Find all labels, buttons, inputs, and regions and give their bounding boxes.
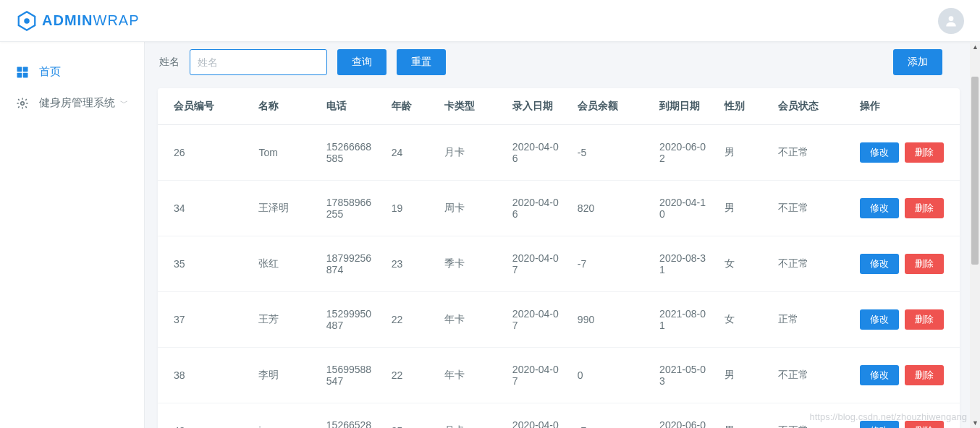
cell-balance: 990: [569, 292, 651, 348]
cell-id: 42: [158, 403, 250, 429]
search-input[interactable]: [190, 49, 327, 75]
cell-phone: 17858966255: [318, 181, 383, 236]
reset-button[interactable]: 重置: [397, 49, 446, 75]
members-table: 会员编号 名称 电话 年龄 卡类型 录入日期 会员余额 到期日期 性别 会员状态…: [158, 88, 960, 428]
scroll-down-icon[interactable]: ▼: [972, 419, 979, 427]
cell-status: 不正常: [769, 403, 851, 429]
table-row: 37王芳1529995048722年卡2020-04-079902021-08-…: [158, 292, 960, 348]
col-name: 名称: [250, 88, 317, 125]
col-phone: 电话: [318, 88, 383, 125]
add-button[interactable]: 添加: [893, 49, 942, 75]
cell-entry: 2020-04-08: [504, 403, 569, 429]
cell-actions: 修改删除: [851, 403, 960, 429]
scrollbar[interactable]: ▲ ▼: [970, 42, 980, 428]
svg-point-2: [949, 16, 954, 21]
svg-point-7: [21, 101, 25, 105]
delete-button[interactable]: 删除: [905, 198, 944, 218]
cell-phone: 15299950487: [318, 292, 383, 348]
sidebar: 首页 健身房管理系统 ﹀: [0, 42, 145, 428]
edit-button[interactable]: 修改: [860, 309, 899, 330]
cell-expire: 2021-05-03: [651, 348, 716, 403]
delete-button[interactable]: 删除: [905, 254, 944, 274]
cell-balance: 820: [569, 181, 651, 236]
cell-gender: 男: [716, 125, 769, 181]
cell-status: 不正常: [769, 181, 851, 236]
col-id: 会员编号: [158, 88, 250, 125]
cell-entry: 2020-04-07: [504, 236, 569, 292]
sidebar-item-label: 健身房管理系统: [39, 96, 115, 110]
col-card: 卡类型: [436, 88, 503, 125]
cell-status: 正常: [769, 292, 851, 348]
col-entry: 录入日期: [504, 88, 569, 125]
edit-button[interactable]: 修改: [860, 421, 899, 428]
col-gender: 性别: [716, 88, 769, 125]
cell-phone: 18799256874: [318, 236, 383, 292]
cell-age: 19: [383, 181, 436, 236]
table-row: 38李明1569958854722年卡2020-04-0702021-05-03…: [158, 348, 960, 403]
svg-rect-3: [17, 67, 22, 72]
logo[interactable]: ADMINWRAP: [16, 10, 140, 32]
edit-button[interactable]: 修改: [860, 254, 899, 274]
col-status: 会员状态: [769, 88, 851, 125]
search-bar: 姓名 查询 重置 添加: [145, 42, 973, 88]
svg-point-1: [24, 18, 30, 24]
query-button[interactable]: 查询: [337, 49, 386, 75]
cell-card: 月卡: [436, 403, 503, 429]
col-balance: 会员余额: [569, 88, 651, 125]
table-row: 35张红1879925687423季卡2020-04-07-72020-08-3…: [158, 236, 960, 292]
edit-button[interactable]: 修改: [860, 142, 899, 163]
table-row: 26Tom1526666858524月卡2020-04-06-52020-06-…: [158, 125, 960, 181]
avatar[interactable]: [938, 8, 964, 34]
cell-entry: 2020-04-07: [504, 292, 569, 348]
delete-button[interactable]: 删除: [905, 365, 944, 385]
col-op: 操作: [851, 88, 960, 125]
cell-status: 不正常: [769, 348, 851, 403]
cell-id: 37: [158, 292, 250, 348]
cell-status: 不正常: [769, 236, 851, 292]
cell-balance: -7: [569, 236, 651, 292]
cell-gender: 女: [716, 236, 769, 292]
svg-rect-5: [17, 72, 22, 77]
chevron-down-icon: ﹀: [120, 98, 128, 108]
cell-age: 25: [383, 403, 436, 429]
cell-id: 35: [158, 236, 250, 292]
cell-name: 王芳: [250, 292, 317, 348]
cell-phone: 15266528547: [318, 403, 383, 429]
cell-card: 月卡: [436, 125, 503, 181]
cell-actions: 修改删除: [851, 236, 960, 292]
edit-button[interactable]: 修改: [860, 198, 899, 218]
logo-icon: [16, 10, 38, 32]
cell-name: 王泽明: [250, 181, 317, 236]
search-label: 姓名: [159, 56, 179, 69]
svg-rect-6: [23, 72, 28, 77]
cell-actions: 修改删除: [851, 181, 960, 236]
cell-id: 34: [158, 181, 250, 236]
cell-entry: 2020-04-06: [504, 125, 569, 181]
cell-expire: 2020-06-02: [651, 125, 716, 181]
delete-button[interactable]: 删除: [905, 309, 944, 330]
delete-button[interactable]: 删除: [905, 142, 944, 163]
cell-name: Tom: [250, 125, 317, 181]
delete-button[interactable]: 删除: [905, 421, 944, 428]
table-row: 34王泽明1785896625519周卡2020-04-068202020-04…: [158, 181, 960, 236]
edit-button[interactable]: 修改: [860, 365, 899, 385]
logo-text: ADMINWRAP: [42, 12, 140, 29]
cell-name: jerry: [250, 403, 317, 429]
svg-rect-4: [23, 67, 28, 72]
cell-actions: 修改删除: [851, 125, 960, 181]
sidebar-item-home[interactable]: 首页: [0, 56, 144, 87]
cell-id: 26: [158, 125, 250, 181]
cell-expire: 2021-08-01: [651, 292, 716, 348]
main-content: 姓名 查询 重置 添加 会员编号 名称 电话 年龄 卡类型: [145, 42, 980, 428]
cell-status: 不正常: [769, 125, 851, 181]
col-age: 年龄: [383, 88, 436, 125]
cell-balance: -7: [569, 403, 651, 429]
cell-name: 李明: [250, 348, 317, 403]
cell-card: 年卡: [436, 292, 503, 348]
scroll-up-icon[interactable]: ▲: [972, 43, 979, 51]
sidebar-item-gym[interactable]: 健身房管理系统 ﹀: [0, 87, 144, 119]
cell-expire: 2020-04-10: [651, 181, 716, 236]
scrollbar-thumb[interactable]: [971, 77, 979, 265]
table-row: 42jerry1526652854725月卡2020-04-08-72020-0…: [158, 403, 960, 429]
grid-icon: [16, 66, 29, 79]
